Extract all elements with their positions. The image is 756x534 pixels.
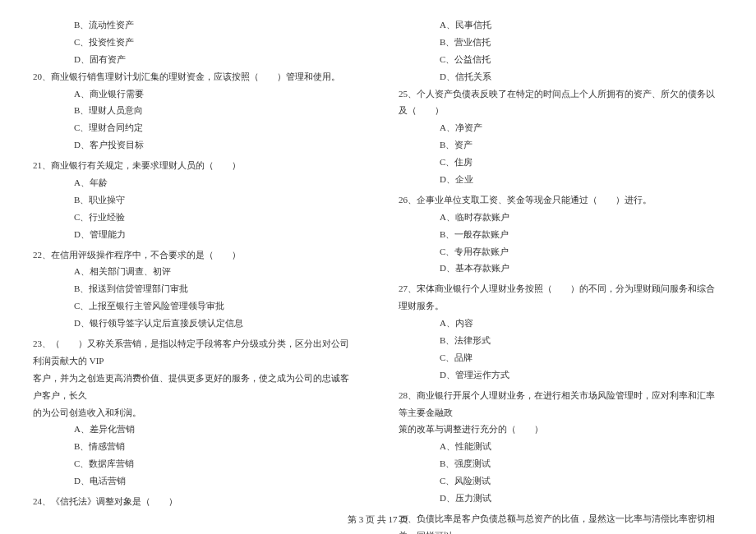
question-24: 24、《信托法》调整对象是（ ） — [33, 493, 357, 510]
question-stem-cont: 客户，并为之创造更高消费价值、提供更多更好的服务，使之成为公司的忠诚客户客户，长… — [33, 370, 357, 404]
pre-option: C、投资性资产 — [33, 34, 357, 51]
pre-option: D、信托关系 — [399, 68, 723, 85]
question-20: 20、商业银行销售理财计划汇集的理财资金，应该按照（ ）管理和使用。 A、商业银… — [33, 68, 357, 154]
option: A、相关部门调查、初评 — [33, 263, 357, 280]
question-25: 25、个人资产负债表反映了在特定的时间点上个人所拥有的资产、所欠的债务以及（ ）… — [399, 85, 723, 188]
question-28: 28、商业银行开展个人理财业务，在进行相关市场风险管理时，应对利率和汇率等主要金… — [399, 387, 723, 507]
question-stem: 27、宋体商业银行个人理财业务按照（ ）的不同，分为理财顾问服务和综合理财服务。 — [399, 280, 723, 315]
option: B、法律形式 — [399, 332, 723, 349]
option: D、电话营销 — [33, 472, 357, 490]
option: C、住房 — [399, 154, 723, 171]
option: A、净资产 — [399, 119, 723, 136]
option: C、数据库营销 — [33, 455, 357, 472]
page-content: B、流动性资产 C、投资性资产 D、固有资产 20、商业银行销售理财计划汇集的理… — [0, 0, 756, 501]
question-stem: 24、《信托法》调整对象是（ ） — [33, 493, 357, 510]
option: C、专用存款账户 — [399, 243, 723, 260]
option: B、强度测试 — [399, 455, 723, 472]
question-stem: 21、商业银行有关规定，未要求理财人员的（ ） — [33, 157, 357, 174]
option: A、商业银行需要 — [33, 85, 357, 103]
option: A、性能测试 — [399, 438, 723, 455]
question-21: 21、商业银行有关规定，未要求理财人员的（ ） A、年龄 B、职业操守 C、行业… — [33, 157, 357, 242]
option: C、风险测试 — [399, 472, 723, 490]
question-27: 27、宋体商业银行个人理财业务按照（ ）的不同，分为理财顾问服务和综合理财服务。… — [399, 280, 723, 383]
option: D、基本存款账户 — [399, 260, 723, 277]
option: D、客户投资目标 — [33, 136, 357, 154]
option: C、行业经验 — [33, 209, 357, 226]
option: A、差异化营销 — [33, 421, 357, 438]
option: C、上报至银行主管风险管理领导审批 — [33, 297, 357, 315]
pre-option: C、公益信托 — [399, 51, 723, 68]
option: D、压力测试 — [399, 490, 723, 507]
option: A、年龄 — [33, 174, 357, 191]
question-stem: 23、（ ）又称关系营销，是指以特定手段将客户分级或分类，区分出对公司利润贡献大… — [33, 335, 357, 370]
option: C、理财合同约定 — [33, 119, 357, 136]
question-stem: 25、个人资产负债表反映了在特定的时间点上个人所拥有的资产、所欠的债务以及（ ） — [399, 85, 723, 120]
right-column: A、民事信托 B、营业信托 C、公益信托 D、信托关系 25、个人资产负债表反映… — [378, 16, 731, 468]
question-stem: 22、在信用评级操作程序中，不合要求的是（ ） — [33, 246, 357, 264]
question-stem-cont: 策的改革与调整进行充分的（ ） — [399, 421, 723, 438]
option: B、报送到信贷管理部门审批 — [33, 280, 357, 297]
pre-option: D、固有资产 — [33, 51, 357, 68]
question-26: 26、企事业单位支取工资、奖金等现金只能通过（ ）进行。 A、临时存款账户 B、… — [399, 191, 723, 277]
question-23: 23、（ ）又称关系营销，是指以特定手段将客户分级或分类，区分出对公司利润贡献大… — [33, 335, 357, 490]
question-22: 22、在信用评级操作程序中，不合要求的是（ ） A、相关部门调查、初评 B、报送… — [33, 246, 357, 332]
option: C、品牌 — [399, 349, 723, 366]
option: B、职业操守 — [33, 191, 357, 209]
option: A、内容 — [399, 315, 723, 332]
question-stem: 28、商业银行开展个人理财业务，在进行相关市场风险管理时，应对利率和汇率等主要金… — [399, 387, 723, 421]
option: D、管理能力 — [33, 226, 357, 243]
option: B、资产 — [399, 136, 723, 154]
page-footer: 第 3 页 共 17 页 — [0, 513, 756, 526]
option: A、临时存款账户 — [399, 209, 723, 226]
left-column: B、流动性资产 C、投资性资产 D、固有资产 20、商业银行销售理财计划汇集的理… — [25, 16, 378, 468]
option: D、银行领导签字认定后直接反馈认定信息 — [33, 315, 357, 332]
question-stem: 20、商业银行销售理财计划汇集的理财资金，应该按照（ ）管理和使用。 — [33, 68, 357, 85]
question-stem-cont: 的为公司创造收入和利润。 — [33, 404, 357, 421]
option: B、情感营销 — [33, 438, 357, 455]
option: B、理财人员意向 — [33, 102, 357, 119]
option: B、一般存款账户 — [399, 226, 723, 243]
question-stem: 26、企事业单位支取工资、奖金等现金只能通过（ ）进行。 — [399, 191, 723, 209]
option: D、管理运作方式 — [399, 366, 723, 384]
pre-option: B、营业信托 — [399, 34, 723, 51]
option: D、企业 — [399, 171, 723, 188]
pre-option: B、流动性资产 — [33, 16, 357, 34]
pre-option: A、民事信托 — [399, 16, 723, 34]
